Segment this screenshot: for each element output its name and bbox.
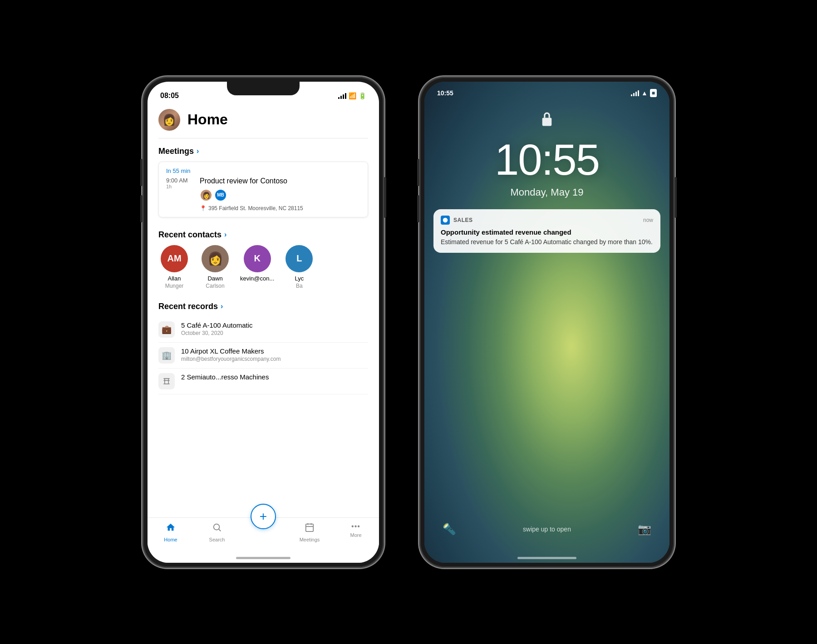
contact-sub: Ba [296, 283, 303, 289]
signal-icon [338, 93, 346, 99]
records-section-title[interactable]: Recent records › [158, 302, 368, 311]
ls-signal-icon [631, 90, 639, 96]
lockscreen: 10:55 ▲ ■ 10:55 Mon [424, 82, 669, 563]
volume-up-button[interactable] [417, 159, 419, 186]
contact-avatar-l: L [285, 245, 313, 272]
page-title: Home [187, 111, 228, 128]
svg-point-7 [443, 217, 448, 222]
record-icon-building: 🏢 [158, 347, 175, 364]
contacts-section-title[interactable]: Recent contacts › [158, 230, 368, 240]
notif-header: SALES now [441, 216, 653, 225]
contact-avatar-kevin: K [244, 245, 271, 272]
record-name: 5 Café A-100 Automatic [181, 321, 253, 329]
nav-item-search[interactable]: Search [194, 522, 240, 542]
contact-item[interactable]: K kevin@con... [240, 245, 274, 289]
contact-name: Lyc [295, 275, 304, 282]
volume-down-button[interactable] [140, 195, 143, 222]
search-nav-icon [212, 522, 222, 535]
svg-line-1 [219, 529, 221, 531]
power-button[interactable] [384, 177, 386, 218]
ls-status-bar: 10:55 ▲ ■ [424, 82, 669, 97]
nav-label-home: Home [164, 537, 177, 542]
records-chevron-icon: › [221, 302, 223, 310]
ls-wifi-icon: ▲ [641, 89, 648, 97]
more-nav-icon: ••• [351, 522, 360, 531]
meeting-row: 9:00 AM 1h Product review for Contoso 👩 … [166, 177, 360, 211]
contact-avatar-am: AM [161, 245, 188, 272]
record-icon-briefcase: 💼 [158, 321, 175, 338]
contact-item[interactable]: L Lyc Ba [283, 245, 315, 289]
meeting-soon-label: In 55 min [166, 167, 360, 174]
swipe-label: swipe up to open [523, 526, 571, 533]
notif-app-row: SALES [441, 216, 473, 225]
power-button[interactable] [674, 177, 677, 218]
svg-point-0 [214, 524, 220, 530]
record-name: 2 Semiauto...resso Machines [181, 373, 269, 381]
avatar-image: 👩 [158, 109, 180, 131]
notif-time: now [643, 217, 653, 223]
record-icon-coffee [158, 373, 175, 389]
nav-item-home[interactable]: Home [148, 522, 194, 542]
nav-label-search: Search [209, 537, 225, 542]
svg-rect-2 [306, 524, 314, 531]
meeting-info: Product review for Contoso 👩 MB 📍 395 Fa… [200, 177, 360, 211]
record-item[interactable]: 💼 5 Café A-100 Automatic October 30, 202… [158, 317, 368, 343]
contact-item[interactable]: 👩 Dawn Carlson [199, 245, 231, 289]
volume-down-button[interactable] [417, 195, 419, 222]
record-details: 5 Café A-100 Automatic October 30, 2020 [181, 321, 253, 336]
ls-home-indicator [517, 557, 576, 559]
nav-item-more[interactable]: ••• More [333, 522, 379, 538]
recent-records-section: Recent records › 💼 5 Café A-100 Automati… [158, 294, 368, 399]
lock-icon [540, 111, 554, 130]
home-header: 👩 Home [158, 104, 368, 138]
status-icons: 📶 🔋 [338, 92, 366, 99]
ls-status-icons: ▲ ■ [631, 89, 657, 97]
record-sub: October 30, 2020 [181, 330, 253, 336]
nav-label-meetings: Meetings [300, 537, 320, 542]
contact-name: Allan [168, 275, 181, 282]
meeting-location: 📍 395 Fairfield St. Mooresville, NC 2811… [200, 205, 360, 211]
ls-status-time: 10:55 [437, 89, 453, 97]
right-phone: 10:55 ▲ ■ 10:55 Mon [420, 77, 674, 567]
phone-screen: 08:05 📶 🔋 👩 Home [148, 82, 379, 563]
contact-sub: Munger [165, 283, 184, 289]
contacts-row: AM Allan Munger 👩 Dawn Carlson K kevin@c… [158, 245, 368, 289]
camera-icon[interactable]: 📷 [638, 523, 651, 536]
volume-up-button[interactable] [140, 159, 143, 186]
lockscreen-time: 10:55 [424, 135, 669, 185]
location-pin-icon: 📍 [200, 205, 207, 211]
meeting-name: Product review for Contoso [200, 177, 360, 185]
svg-rect-6 [542, 118, 552, 126]
attendee2-avatar: MB [214, 189, 227, 202]
record-sub: milton@bestforyouorganicscompany.com [181, 356, 281, 362]
record-item[interactable]: 2 Semiauto...resso Machines [158, 369, 368, 394]
nav-item-meetings[interactable]: Meetings [286, 522, 333, 542]
notif-app-icon [441, 216, 450, 225]
meetings-section-title[interactable]: Meetings › [158, 147, 368, 156]
lockscreen-bottom: 🔦 swipe up to open 📷 [424, 523, 669, 536]
contact-sub: Carlson [206, 283, 224, 289]
nav-label-more: More [350, 532, 361, 538]
recent-contacts-section: Recent contacts › AM Allan Munger 👩 Dawn… [158, 222, 368, 294]
contact-avatar-dawn: 👩 [202, 245, 229, 272]
meeting-card[interactable]: In 55 min 9:00 AM 1h Product review for … [158, 162, 368, 217]
attendee1-avatar: 👩 [200, 189, 212, 202]
home-icon [166, 522, 176, 535]
lock-icon-wrapper [424, 111, 669, 130]
notification-card[interactable]: SALES now Opportunity estimated revenue … [433, 209, 660, 253]
user-avatar[interactable]: 👩 [158, 109, 180, 131]
notch [227, 82, 300, 95]
meeting-avatars: 👩 MB [200, 189, 360, 202]
contacts-chevron-icon: › [224, 231, 226, 239]
record-item[interactable]: 🏢 10 Airpot XL Coffee Makers milton@best… [158, 343, 368, 369]
left-phone: 08:05 📶 🔋 👩 Home [143, 77, 384, 567]
contact-name: Dawn [207, 275, 222, 282]
notif-body: Estimated revenue for 5 Café A-100 Autom… [441, 238, 653, 247]
contact-item[interactable]: AM Allan Munger [158, 245, 190, 289]
wifi-icon: 📶 [349, 92, 356, 99]
lockscreen-date: Monday, May 19 [424, 187, 669, 198]
flashlight-icon[interactable]: 🔦 [443, 523, 456, 536]
fab-add-button[interactable]: + [251, 504, 276, 529]
meetings-nav-icon [305, 522, 315, 535]
record-details: 10 Airpot XL Coffee Makers milton@bestfo… [181, 347, 281, 362]
